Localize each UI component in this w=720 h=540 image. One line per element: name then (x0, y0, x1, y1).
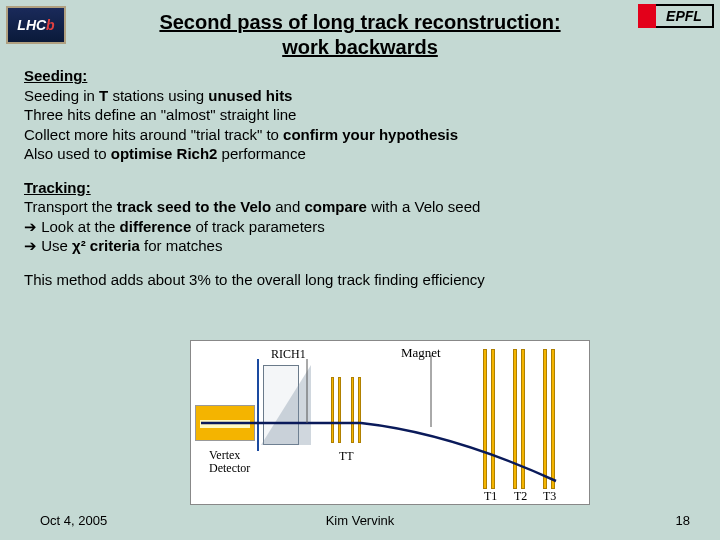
t3-label: T3 (543, 489, 556, 504)
tt-label: TT (339, 449, 354, 464)
title-line1: Second pass of long track reconstruction… (159, 11, 560, 33)
t-station-slab-icon (513, 349, 517, 489)
seeding-l1: Seeding in T stations using unused hits (24, 86, 696, 106)
tt-slab-icon (358, 377, 361, 443)
seeding-l2: Three hits define an "almost" straight l… (24, 105, 696, 125)
footer-page: 18 (676, 513, 690, 528)
arrow-icon: ➔ (24, 237, 37, 254)
t-station-slab-icon (551, 349, 555, 489)
rich1-triangle-icon (261, 365, 311, 445)
summary-line: This method adds about 3% to the overall… (24, 270, 696, 290)
seeding-l4: Also used to optimise Rich2 performance (24, 144, 696, 164)
tt-slab-icon (331, 377, 334, 443)
footer-author: Kim Vervink (0, 513, 720, 528)
tracking-head: Tracking: (24, 178, 696, 198)
t1-label: T1 (484, 489, 497, 504)
t-station-slab-icon (543, 349, 547, 489)
slide-title: Second pass of long track reconstruction… (80, 0, 640, 60)
tracking-l1: Transport the track seed to the Velo and… (24, 197, 696, 217)
detector-diagram: RICH1 Magnet Vertex Detector TT T1 T2 T3 (190, 340, 590, 505)
vertex-detector-label: Vertex Detector (209, 449, 250, 475)
lhcb-logo: LHCb (6, 6, 66, 44)
vertex-detector-icon (195, 405, 255, 441)
tracking-l3: ➔ Use χ² criteria for matches (24, 236, 696, 256)
t-station-slab-icon (521, 349, 525, 489)
rich1-rail-icon (257, 359, 259, 451)
arrow-icon: ➔ (24, 218, 37, 235)
title-line2: work backwards (282, 36, 438, 58)
lhcb-logo-text: LHCb (17, 17, 54, 33)
epfl-logo-text: EPFL (656, 4, 714, 28)
slide-content: Seeding: Seeding in T stations using unu… (24, 66, 696, 303)
magnet-label: Magnet (401, 345, 441, 361)
tt-slab-icon (351, 377, 354, 443)
tracking-block: Tracking: Transport the track seed to th… (24, 178, 696, 256)
seeding-l3: Collect more hits around "trial track" t… (24, 125, 696, 145)
t-station-slab-icon (483, 349, 487, 489)
t2-label: T2 (514, 489, 527, 504)
tracking-l2: ➔ Look at the difference of track parame… (24, 217, 696, 237)
seeding-block: Seeding: Seeding in T stations using unu… (24, 66, 696, 164)
epfl-logo: EPFL (638, 4, 714, 28)
seeding-head: Seeding: (24, 66, 696, 86)
rich1-label: RICH1 (271, 347, 306, 362)
t-station-slab-icon (491, 349, 495, 489)
epfl-red-block (638, 4, 656, 28)
tt-slab-icon (338, 377, 341, 443)
